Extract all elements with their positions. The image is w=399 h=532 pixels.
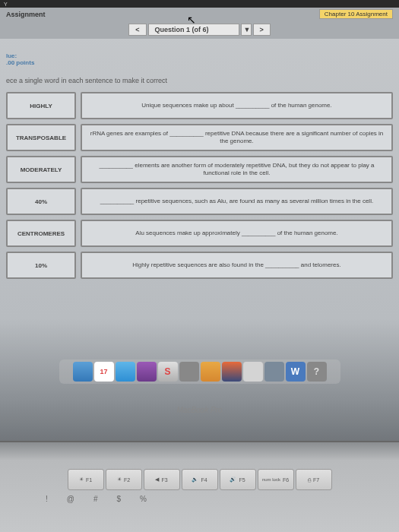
sentence-target[interactable]: Highly repetitive sequences are also fou…	[81, 252, 393, 279]
keyboard: ☀ F1 ☀ F2 ◀ F3 🔈 F4 🔊 F5 num lock F6 ⎙ F…	[0, 441, 399, 532]
sentence-column: Unique sequences make up about _________…	[81, 92, 393, 279]
answer-column: HIGHLY TRANSPOSABLE MODERATELY 40% CENTR…	[6, 92, 76, 279]
app-icon[interactable]: ?	[307, 362, 327, 382]
assignment-title: Assignment	[6, 11, 46, 18]
f1-key: ☀ F1	[68, 469, 104, 490]
points-label: lue:	[6, 52, 399, 59]
question-dropdown[interactable]: ▼	[241, 24, 252, 36]
next-question-button[interactable]: >	[253, 24, 271, 36]
answer-option[interactable]: 40%	[6, 188, 76, 215]
matching-exercise: HIGHLY TRANSPOSABLE MODERATELY 40% CENTR…	[0, 89, 399, 282]
points-section: lue: .00 points	[0, 39, 399, 68]
sentence-target[interactable]: Unique sequences make up about _________…	[81, 92, 393, 119]
f7-key: ⎙ F7	[296, 469, 332, 490]
points-value: .00 points	[6, 59, 399, 66]
calendar-icon[interactable]: 17	[94, 362, 114, 382]
number-row-symbols: ! @ # $ %	[0, 490, 399, 503]
app-icon[interactable]	[243, 362, 263, 382]
sentence-target[interactable]: __________ repetitive sequences, such as…	[81, 188, 393, 215]
f5-key: 🔊 F5	[220, 469, 256, 490]
instruction-text: ece a single word in each sentence to ma…	[0, 68, 399, 89]
laptop-brand: MacBook Pro	[0, 406, 399, 414]
itunes-icon[interactable]	[137, 362, 157, 382]
f6-key: num lock F6	[258, 469, 294, 490]
answer-option[interactable]: MODERATELY	[6, 156, 76, 183]
key-symbol: %	[140, 495, 147, 503]
finder-icon[interactable]	[73, 362, 93, 382]
f2-key: ☀ F2	[106, 469, 142, 490]
key-symbol: @	[67, 495, 74, 503]
answer-option[interactable]: TRANSPOSABLE	[6, 124, 76, 151]
sentence-target[interactable]: __________ elements are another form of …	[81, 156, 393, 183]
assignment-header: Assignment Chapter 10 Assignment	[0, 8, 399, 21]
prev-question-button[interactable]: <	[128, 24, 146, 36]
safari-icon[interactable]: S	[158, 362, 178, 382]
question-nav: < Question 1 (of 6) ▼ >	[0, 21, 399, 39]
firefox-icon[interactable]	[222, 362, 242, 382]
word-icon[interactable]: W	[286, 362, 306, 382]
answer-option[interactable]: HIGHLY	[6, 92, 76, 119]
mac-dock: 17 S W ?	[59, 359, 340, 384]
key-symbol: #	[93, 495, 98, 503]
appstore-icon[interactable]	[116, 362, 135, 382]
key-symbol: $	[117, 495, 122, 503]
chapter-button[interactable]: Chapter 10 Assignment	[319, 9, 393, 19]
chrome-icon[interactable]	[201, 362, 220, 382]
sentence-target[interactable]: Alu sequences make up approximately ____…	[81, 220, 393, 247]
key-symbol: !	[46, 495, 48, 503]
answer-option[interactable]: 10%	[6, 252, 76, 279]
function-key-row: ☀ F1 ☀ F2 ◀ F3 🔈 F4 🔊 F5 num lock F6 ⎙ F…	[0, 469, 399, 490]
answer-option[interactable]: CENTROMERES	[6, 220, 76, 247]
mac-menubar: Y	[0, 0, 399, 8]
question-indicator[interactable]: Question 1 (of 6)	[148, 24, 239, 36]
menubar-item: Y	[4, 2, 8, 7]
f3-key: ◀ F3	[144, 469, 180, 490]
app-icon[interactable]	[264, 362, 284, 382]
settings-icon[interactable]	[179, 362, 199, 382]
f4-key: 🔈 F4	[182, 469, 218, 490]
sentence-target[interactable]: rRNA genes are examples of __________ re…	[81, 124, 393, 151]
